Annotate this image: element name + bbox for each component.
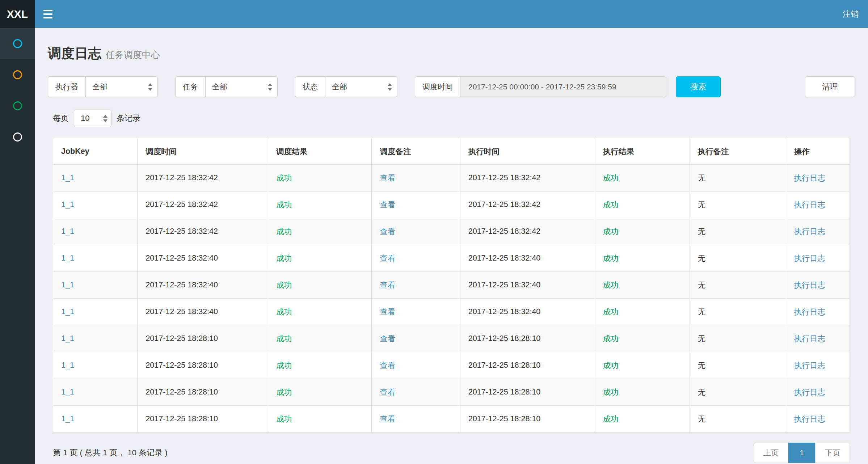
page-header: 调度日志任务调度中心 — [48, 45, 855, 63]
circle-icon — [13, 39, 22, 48]
hamburger-icon — [43, 10, 52, 11]
cell-action: 执行日志 — [786, 299, 850, 325]
jobkey-link[interactable]: 1_1 — [61, 388, 74, 396]
sched-remark-link[interactable]: 查看 — [380, 388, 395, 397]
cell-jobkey: 1_1 — [53, 406, 138, 433]
jobkey-link[interactable]: 1_1 — [61, 307, 74, 316]
cell-sched_time: 2017-12-25 18:28:10 — [138, 379, 268, 406]
column-header: 调度备注 — [372, 138, 460, 165]
clear-button[interactable]: 清理 — [805, 76, 855, 97]
cell-exec_result: 成功 — [595, 379, 690, 406]
sidebar-item-3[interactable] — [0, 90, 35, 121]
sched-remark-link[interactable]: 查看 — [380, 254, 395, 263]
sched-remark-link[interactable]: 查看 — [380, 201, 395, 209]
table-row: 1_12017-12-25 18:32:40成功查看2017-12-25 18:… — [53, 245, 850, 272]
jobkey-link[interactable]: 1_1 — [61, 334, 74, 343]
column-header: 操作 — [786, 138, 850, 165]
cell-jobkey: 1_1 — [53, 299, 138, 325]
cell-sched_remark: 查看 — [372, 352, 460, 379]
circle-icon — [13, 70, 22, 79]
sched-remark-link[interactable]: 查看 — [380, 334, 395, 343]
cell-sched_result: 成功 — [268, 299, 372, 325]
jobkey-link[interactable]: 1_1 — [61, 254, 74, 262]
cell-exec_result: 成功 — [595, 352, 690, 379]
exec-log-link[interactable]: 执行日志 — [794, 388, 825, 397]
sched-remark-link[interactable]: 查看 — [380, 361, 395, 370]
navbar-main: 注销 — [35, 0, 868, 28]
cell-exec_remark: 无 — [690, 406, 786, 433]
cell-sched_time: 2017-12-25 18:28:10 — [138, 325, 268, 352]
table-row: 1_12017-12-25 18:28:10成功查看2017-12-25 18:… — [53, 352, 850, 379]
cell-exec_time: 2017-12-25 18:28:10 — [460, 352, 595, 379]
cell-sched_remark: 查看 — [372, 191, 460, 218]
cell-sched_remark: 查看 — [372, 299, 460, 325]
exec-log-link[interactable]: 执行日志 — [794, 308, 825, 316]
exec-log-link[interactable]: 执行日志 — [794, 281, 825, 290]
prev-page-button[interactable]: 上页 — [754, 443, 788, 463]
cell-sched_time: 2017-12-25 18:28:10 — [138, 352, 268, 379]
pagination: 上页 1 下页 — [754, 443, 850, 463]
executor-filter-label: 执行器 — [48, 76, 85, 97]
sidebar-item-1[interactable] — [0, 28, 35, 59]
exec-log-link[interactable]: 执行日志 — [794, 201, 825, 209]
jobkey-link[interactable]: 1_1 — [61, 200, 74, 209]
exec-log-link[interactable]: 执行日志 — [794, 415, 825, 423]
cell-sched_result: 成功 — [268, 165, 372, 191]
table-row: 1_12017-12-25 18:32:42成功查看2017-12-25 18:… — [53, 165, 850, 191]
cell-sched_remark: 查看 — [372, 272, 460, 299]
jobkey-link[interactable]: 1_1 — [61, 173, 74, 182]
page-size-select[interactable]: 10 — [74, 110, 111, 127]
exec-log-link[interactable]: 执行日志 — [794, 254, 825, 263]
table-row: 1_12017-12-25 18:32:42成功查看2017-12-25 18:… — [53, 191, 850, 218]
top-navbar: XXL 注销 — [0, 0, 868, 28]
cell-exec_time: 2017-12-25 18:32:40 — [460, 299, 595, 325]
jobkey-link[interactable]: 1_1 — [61, 227, 74, 236]
table-row: 1_12017-12-25 18:28:10成功查看2017-12-25 18:… — [53, 325, 850, 352]
current-page-button[interactable]: 1 — [788, 443, 816, 463]
sched-remark-link[interactable]: 查看 — [380, 308, 395, 316]
cell-action: 执行日志 — [786, 165, 850, 191]
sidebar-menu — [0, 28, 35, 464]
cell-jobkey: 1_1 — [53, 325, 138, 352]
cell-exec_remark: 无 — [690, 272, 786, 299]
search-button[interactable]: 搜索 — [676, 76, 721, 97]
cell-exec_remark: 无 — [690, 218, 786, 245]
page-size-value: 10 — [81, 114, 99, 123]
executor-select[interactable]: 全部 — [85, 76, 158, 97]
cell-exec_remark: 无 — [690, 299, 786, 325]
sched-remark-link[interactable]: 查看 — [380, 281, 395, 290]
cell-action: 执行日志 — [786, 191, 850, 218]
cell-exec_remark: 无 — [690, 165, 786, 191]
select-stepper-icon — [388, 83, 392, 91]
status-filter-group: 状态 全部 — [295, 76, 397, 97]
jobkey-link[interactable]: 1_1 — [61, 280, 74, 289]
log-table-section: 每页 10 条记录 JobKey调度时间调度结果调度备注执行时间执行结果执行备注… — [53, 110, 850, 464]
job-select[interactable]: 全部 — [205, 76, 278, 97]
jobkey-link[interactable]: 1_1 — [61, 414, 74, 423]
exec-log-link[interactable]: 执行日志 — [794, 227, 825, 236]
column-header: JobKey — [53, 138, 138, 165]
executor-filter-group: 执行器 全部 — [48, 76, 158, 97]
job-filter-label: 任务 — [175, 76, 205, 97]
logout-link[interactable]: 注销 — [833, 0, 868, 28]
cell-exec_remark: 无 — [690, 245, 786, 272]
sidebar-item-4[interactable] — [0, 121, 35, 152]
sched-remark-link[interactable]: 查看 — [380, 174, 395, 182]
sidebar-toggle-button[interactable] — [35, 0, 61, 28]
exec-log-link[interactable]: 执行日志 — [794, 174, 825, 182]
sched-remark-link[interactable]: 查看 — [380, 227, 395, 236]
table-row: 1_12017-12-25 18:28:10成功查看2017-12-25 18:… — [53, 406, 850, 433]
time-filter-group: 调度时间 — [415, 76, 666, 97]
sidebar-item-2[interactable] — [0, 59, 35, 90]
cell-action: 执行日志 — [786, 352, 850, 379]
exec-log-link[interactable]: 执行日志 — [794, 334, 825, 343]
cell-exec_time: 2017-12-25 18:32:42 — [460, 165, 595, 191]
table-row: 1_12017-12-25 18:32:42成功查看2017-12-25 18:… — [53, 218, 850, 245]
next-page-button[interactable]: 下页 — [815, 443, 850, 463]
jobkey-link[interactable]: 1_1 — [61, 361, 74, 370]
sched-remark-link[interactable]: 查看 — [380, 415, 395, 423]
exec-log-link[interactable]: 执行日志 — [794, 361, 825, 370]
time-range-input[interactable] — [460, 76, 666, 97]
cell-exec_result: 成功 — [595, 406, 690, 433]
status-select[interactable]: 全部 — [325, 76, 397, 97]
